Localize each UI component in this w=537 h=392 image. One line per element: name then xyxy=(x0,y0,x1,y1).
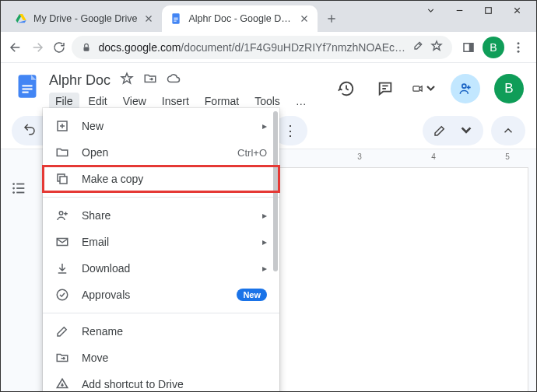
reload-button[interactable] xyxy=(51,36,68,59)
meet-icon[interactable] xyxy=(412,76,437,101)
menu-open[interactable]: Open Ctrl+O xyxy=(43,139,279,166)
side-panel-icon[interactable] xyxy=(457,36,480,59)
svg-point-21 xyxy=(12,183,15,185)
svg-rect-24 xyxy=(16,187,24,189)
menu-rename[interactable]: Rename xyxy=(43,318,279,345)
svg-rect-17 xyxy=(22,88,32,89)
menu-format[interactable]: Format xyxy=(198,93,245,110)
share-button[interactable] xyxy=(451,74,480,103)
menu-add-shortcut[interactable]: Add shortcut to Drive xyxy=(43,371,279,392)
tab-close-icon[interactable] xyxy=(143,13,154,24)
check-circle-icon xyxy=(55,288,69,302)
menu-file[interactable]: File xyxy=(49,93,79,110)
menu-share[interactable]: Share ▸ xyxy=(43,202,279,229)
ruler-number: 4 xyxy=(431,152,436,161)
tab-drive[interactable]: My Drive - Google Drive xyxy=(7,5,162,32)
url-text: docs.google.com/document/d/1F4G9uHDzRIYf… xyxy=(98,41,405,54)
svg-rect-19 xyxy=(413,86,419,91)
forward-button[interactable] xyxy=(29,36,46,59)
omnibox[interactable]: docs.google.com/document/d/1F4G9uHDzRIYf… xyxy=(72,36,452,59)
svg-rect-10 xyxy=(469,43,473,51)
submenu-arrow-icon: ▸ xyxy=(262,263,267,274)
tab-close-icon[interactable] xyxy=(299,13,310,24)
svg-rect-28 xyxy=(60,177,67,184)
svg-point-20 xyxy=(462,84,466,88)
tab-title: My Drive - Google Drive xyxy=(33,13,137,24)
outline-toggle-icon[interactable] xyxy=(10,180,29,198)
plus-box-icon xyxy=(55,119,69,133)
submenu-arrow-icon: ▸ xyxy=(262,210,267,221)
svg-marker-3 xyxy=(17,20,26,23)
ruler-number: 5 xyxy=(505,152,510,161)
menu-move[interactable]: Move xyxy=(43,345,279,371)
shortcut-hint: Ctrl+O xyxy=(237,147,267,159)
svg-marker-2 xyxy=(16,14,21,23)
svg-rect-26 xyxy=(16,192,24,194)
menu-separator xyxy=(43,313,279,313)
account-avatar[interactable]: B xyxy=(494,74,524,103)
close-icon[interactable] xyxy=(512,5,522,12)
svg-rect-18 xyxy=(22,92,28,93)
svg-rect-0 xyxy=(486,8,492,14)
svg-point-12 xyxy=(518,46,520,48)
doc-title[interactable]: Alphr Doc xyxy=(49,72,111,89)
share-url-icon[interactable] xyxy=(412,40,424,54)
back-button[interactable] xyxy=(7,36,24,59)
move-icon xyxy=(55,351,69,365)
new-badge: New xyxy=(237,289,267,301)
menu-tools[interactable]: Tools xyxy=(248,93,286,110)
star-icon[interactable] xyxy=(430,40,443,54)
drive-shortcut-icon xyxy=(55,377,69,391)
svg-point-31 xyxy=(57,289,68,300)
address-bar: docs.google.com/document/d/1F4G9uHDzRIYf… xyxy=(1,32,536,63)
maximize-icon[interactable] xyxy=(483,5,493,12)
lock-icon xyxy=(81,42,92,53)
drive-favicon-icon xyxy=(15,12,27,25)
menu-approvals[interactable]: Approvals New xyxy=(43,282,279,308)
svg-rect-6 xyxy=(174,19,178,20)
mail-icon xyxy=(55,235,69,249)
editing-mode-button[interactable] xyxy=(423,116,483,145)
download-icon xyxy=(55,261,69,275)
menu-new[interactable]: New ▸ xyxy=(43,113,279,139)
svg-rect-5 xyxy=(174,18,178,19)
profile-button[interactable]: B xyxy=(482,36,505,59)
undo-icon[interactable] xyxy=(23,122,37,139)
svg-point-23 xyxy=(12,187,15,190)
collapse-toolbar-icon[interactable] xyxy=(491,116,525,145)
tab-docs[interactable]: Alphr Doc - Google Docs xyxy=(162,5,318,32)
menu-download[interactable]: Download ▸ xyxy=(43,255,279,282)
menu-make-a-copy[interactable]: Make a copy xyxy=(43,166,279,192)
history-icon[interactable] xyxy=(334,76,359,101)
docs-header: Alphr Doc File Edit View Insert Format T… xyxy=(1,63,536,113)
docs-logo-icon[interactable] xyxy=(13,72,41,100)
docs-favicon-icon xyxy=(170,12,182,25)
submenu-arrow-icon: ▸ xyxy=(262,121,267,131)
new-tab-button[interactable] xyxy=(321,8,342,30)
pencil-icon xyxy=(55,324,69,338)
tab-title: Alphr Doc - Google Docs xyxy=(188,13,293,24)
svg-rect-4 xyxy=(173,13,180,23)
file-menu: New ▸ Open Ctrl+O Make a copy Share ▸ Em… xyxy=(43,108,279,392)
chevron-down-icon[interactable] xyxy=(426,5,436,12)
menu-separator xyxy=(43,197,279,198)
minimize-icon[interactable] xyxy=(455,5,465,12)
menu-more[interactable]: … xyxy=(290,93,313,110)
folder-icon xyxy=(55,145,69,159)
svg-rect-22 xyxy=(16,184,24,185)
menu-view[interactable]: View xyxy=(117,93,153,110)
svg-rect-7 xyxy=(174,21,177,22)
comments-icon[interactable] xyxy=(373,76,398,101)
chrome-menu-icon[interactable] xyxy=(507,36,530,59)
cloud-status-icon[interactable] xyxy=(167,72,181,89)
submenu-arrow-icon: ▸ xyxy=(262,236,267,247)
menu-edit[interactable]: Edit xyxy=(82,93,114,110)
svg-point-11 xyxy=(518,42,520,44)
menu-email[interactable]: Email ▸ xyxy=(43,229,279,255)
svg-rect-16 xyxy=(22,85,32,86)
svg-point-13 xyxy=(518,50,520,52)
menu-insert[interactable]: Insert xyxy=(156,93,195,110)
star-doc-icon[interactable] xyxy=(120,72,134,89)
move-doc-icon[interactable] xyxy=(143,72,157,89)
svg-point-29 xyxy=(59,212,63,215)
